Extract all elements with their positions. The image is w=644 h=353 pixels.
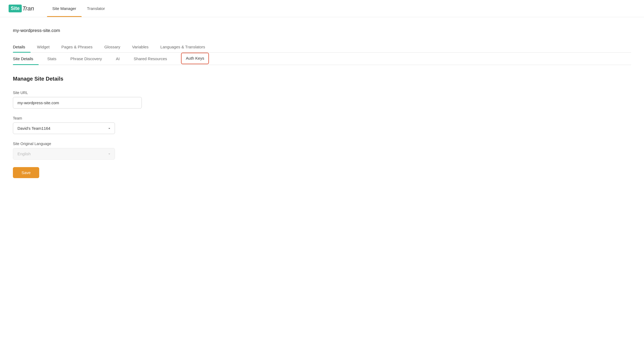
nav-translator[interactable]: Translator xyxy=(82,0,110,17)
save-button[interactable]: Save xyxy=(13,167,39,178)
logo-site: Site xyxy=(9,5,22,12)
team-label: Team xyxy=(13,116,631,120)
top-nav-links: Site Manager Translator xyxy=(47,0,110,17)
team-select[interactable]: David's Team1164 xyxy=(13,123,115,134)
subtab-stats[interactable]: Stats xyxy=(47,53,62,65)
form-section-title: Manage Site Details xyxy=(13,76,631,82)
subtab-site-details[interactable]: Site Details xyxy=(13,53,39,65)
tab-glossary[interactable]: Glossary xyxy=(104,42,125,52)
subtab-shared-resources[interactable]: Shared Resources xyxy=(134,53,172,65)
logo: SiteTran xyxy=(9,0,34,17)
tab-languages-translators[interactable]: Languages & Translators xyxy=(160,42,211,52)
manage-site-details-form: Manage Site Details Site URL Team David'… xyxy=(13,76,631,178)
site-url-group: Site URL xyxy=(13,91,631,109)
tab-details[interactable]: Details xyxy=(13,42,31,52)
site-url-label: Site URL xyxy=(13,91,631,95)
sub-tabs: Site Details Stats Phrase Discovery AI S… xyxy=(13,53,631,65)
subtab-auth-keys[interactable]: Auth Keys xyxy=(181,53,209,64)
site-original-language-label: Site Original Language xyxy=(13,142,631,146)
tab-pages-phrases[interactable]: Pages & Phrases xyxy=(61,42,98,52)
top-navigation: SiteTran Site Manager Translator xyxy=(0,0,644,17)
site-original-language-select: English xyxy=(13,148,115,160)
site-original-language-group: Site Original Language English xyxy=(13,142,631,160)
subtab-phrase-discovery[interactable]: Phrase Discovery xyxy=(70,53,107,65)
site-url-input[interactable] xyxy=(13,97,142,109)
nav-site-manager[interactable]: Site Manager xyxy=(47,0,82,17)
team-group: Team David's Team1164 xyxy=(13,116,631,134)
subtab-ai[interactable]: AI xyxy=(116,53,125,65)
page-content: my-wordpress-site.com Details Widget Pag… xyxy=(0,17,644,189)
site-name: my-wordpress-site.com xyxy=(13,28,631,33)
tab-widget[interactable]: Widget xyxy=(37,42,55,52)
logo-tran: Tran xyxy=(22,5,34,12)
main-tabs: Details Widget Pages & Phrases Glossary … xyxy=(13,42,631,53)
tab-variables[interactable]: Variables xyxy=(132,42,154,52)
